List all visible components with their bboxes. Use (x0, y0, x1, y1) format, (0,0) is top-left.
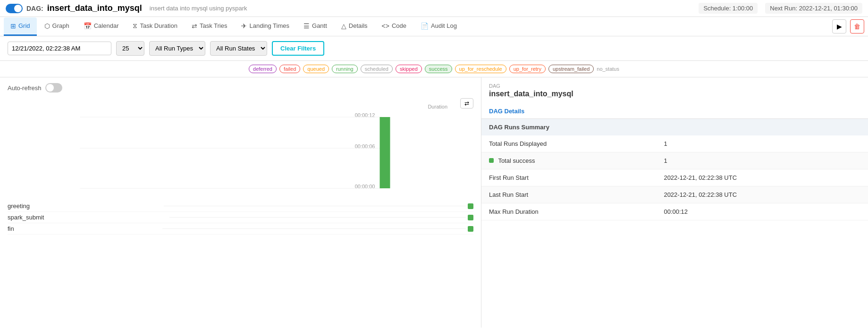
tab-audit-log[interactable]: 📄 Audit Log (414, 17, 463, 36)
dag-label: DAG: (26, 5, 43, 12)
task-list: greeting spark_submit fin (8, 201, 473, 235)
dag-detail-header: DAG insert_data_into_mysql (481, 77, 868, 104)
duration-axis-label: Duration (428, 104, 447, 109)
row-value-total-runs: 1 (656, 135, 868, 152)
badge-success[interactable]: success (425, 65, 452, 73)
table-row: Max Run Duration 00:00:12 (481, 203, 868, 220)
badge-no-status[interactable]: no_status (597, 66, 619, 72)
status-legend: deferred failed queued running scheduled… (0, 61, 868, 77)
badge-deferred[interactable]: deferred (249, 65, 277, 73)
dag-name: insert_data_into_mysql (47, 3, 142, 13)
delete-button[interactable]: 🗑 (850, 19, 864, 34)
dag-details-link[interactable]: DAG Details (481, 104, 868, 119)
datetime-input[interactable] (8, 42, 111, 55)
row-label-total-success: Total success (481, 152, 656, 169)
badge-up-for-reschedule[interactable]: up_for_reschedule (455, 65, 506, 73)
tab-task-duration[interactable]: ⧖ Task Duration (126, 17, 184, 36)
task-name-greeting: greeting (8, 202, 30, 210)
tab-graph[interactable]: ⬡ Graph (38, 17, 76, 36)
right-panel: DAG insert_data_into_mysql DAG Details D… (481, 77, 868, 328)
row-label-first-run: First Run Start (481, 169, 656, 186)
run-button[interactable]: ▶ (832, 19, 846, 34)
chart-area: ⇄ Duration 00:00:12 00:00:06 00:00:00 (8, 98, 473, 235)
collapse-button[interactable]: ⇄ (460, 98, 473, 109)
task-row-fin: fin (8, 223, 473, 235)
graph-icon: ⬡ (44, 22, 50, 30)
calendar-icon: 📅 (84, 22, 92, 30)
task-row-spark-submit: spark_submit (8, 212, 473, 223)
tab-calendar[interactable]: 📅 Calendar (77, 17, 126, 36)
header-schedule-info: Schedule: 1:00:00 Next Run: 2022-12-21, … (699, 3, 862, 14)
task-duration-icon: ⧖ (133, 22, 137, 30)
svg-rect-6 (380, 117, 390, 188)
badge-queued[interactable]: queued (303, 65, 329, 73)
schedule-label: Schedule: 1:00:00 (699, 3, 758, 14)
task-dot-fin[interactable] (468, 226, 473, 232)
table-row: Total success 1 (481, 152, 868, 169)
dag-toggle[interactable] (6, 4, 23, 13)
tab-landing-times-label: Landing Times (249, 22, 289, 29)
nav-actions: ▶ 🗑 (832, 19, 864, 34)
badge-upstream-failed[interactable]: upstream_failed (548, 65, 594, 73)
dag-description: insert data into mysql using pyspark (150, 5, 247, 12)
task-dot-spark-submit[interactable] (468, 215, 473, 220)
row-label-total-runs: Total Runs Displayed (481, 135, 656, 152)
tab-graph-label: Graph (52, 22, 69, 29)
table-row: Total Runs Displayed 1 (481, 135, 868, 152)
code-icon: <> (382, 22, 389, 30)
auto-refresh-row: Auto-refresh (8, 83, 473, 93)
row-value-total-success: 1 (656, 152, 868, 169)
auto-refresh-label: Auto-refresh (8, 84, 42, 92)
tab-gantt[interactable]: ☰ Gantt (297, 17, 334, 36)
run-state-select[interactable]: All Run States (210, 41, 267, 56)
badge-failed[interactable]: failed (279, 65, 300, 73)
badge-scheduled[interactable]: scheduled (361, 65, 393, 73)
row-value-last-run: 2022-12-21, 02:22:38 UTC (656, 186, 868, 203)
run-type-select[interactable]: All Run Types (149, 41, 205, 56)
audit-log-icon: 📄 (421, 22, 429, 30)
gantt-icon: ☰ (303, 22, 310, 30)
badge-running[interactable]: running (332, 65, 358, 73)
tab-details[interactable]: △ Details (335, 17, 374, 36)
next-run-label: Next Run: 2022-12-21, 01:30:00 (765, 3, 862, 14)
limit-select[interactable]: 25 50 100 (116, 41, 144, 56)
tab-gantt-label: Gantt (312, 22, 327, 29)
grid-icon: ⊞ (10, 22, 16, 30)
filter-bar: 25 50 100 All Run Types All Run States C… (0, 36, 868, 61)
nav-tabs: ⊞ Grid ⬡ Graph 📅 Calendar ⧖ Task Duratio… (0, 17, 868, 36)
tab-audit-log-label: Audit Log (431, 22, 457, 29)
summary-section-header: DAG Runs Summary (481, 119, 868, 135)
success-dot-icon (489, 158, 494, 163)
badge-up-for-retry[interactable]: up_for_retry (509, 65, 546, 73)
tab-code-label: Code (392, 22, 406, 29)
row-value-first-run: 2022-12-21, 02:22:38 UTC (656, 169, 868, 186)
tab-landing-times[interactable]: ✈ Landing Times (235, 17, 296, 36)
dag-runs-summary-table: DAG Runs Summary Total Runs Displayed 1 … (481, 119, 868, 220)
tab-grid[interactable]: ⊞ Grid (4, 17, 37, 36)
tab-task-tries-label: Task Tries (200, 22, 228, 29)
task-name-spark-submit: spark_submit (8, 214, 44, 221)
table-row: First Run Start 2022-12-21, 02:22:38 UTC (481, 169, 868, 186)
auto-refresh-toggle[interactable] (45, 83, 62, 93)
tab-task-duration-label: Task Duration (140, 22, 177, 29)
main-content: Auto-refresh ⇄ Duration 00:00:12 00:00:0… (0, 77, 868, 328)
landing-times-icon: ✈ (241, 22, 247, 30)
details-icon: △ (341, 22, 346, 30)
dag-section-label: DAG (489, 83, 860, 89)
tab-task-tries[interactable]: ⇄ Task Tries (185, 17, 234, 36)
task-dot-greeting[interactable] (468, 203, 473, 209)
dag-detail-name: insert_data_into_mysql (489, 90, 860, 98)
tab-calendar-label: Calendar (94, 22, 119, 29)
dag-title-area: DAG: insert_data_into_mysql insert data … (6, 3, 247, 13)
row-label-max-duration: Max Run Duration (481, 203, 656, 220)
table-row: Last Run Start 2022-12-21, 02:22:38 UTC (481, 186, 868, 203)
row-value-max-duration: 00:00:12 (656, 203, 868, 220)
clear-filters-button[interactable]: Clear Filters (272, 41, 324, 56)
tab-code[interactable]: <> Code (375, 17, 413, 36)
left-panel: Auto-refresh ⇄ Duration 00:00:12 00:00:0… (0, 77, 481, 328)
tab-grid-label: Grid (18, 22, 30, 29)
top-bar: DAG: insert_data_into_mysql insert data … (0, 0, 868, 17)
duration-chart: 00:00:12 00:00:06 00:00:00 (8, 110, 473, 195)
badge-skipped[interactable]: skipped (396, 65, 422, 73)
task-row-greeting: greeting (8, 201, 473, 212)
